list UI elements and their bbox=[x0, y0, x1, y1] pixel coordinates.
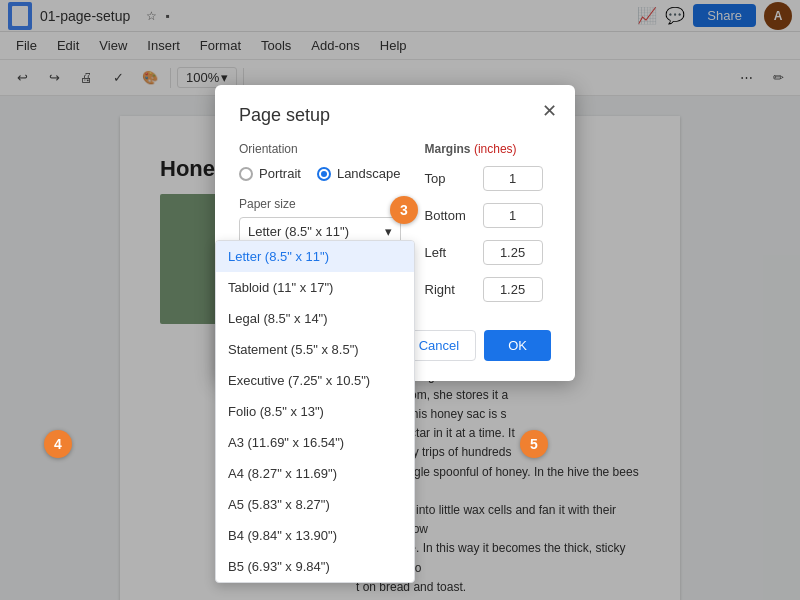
orientation-options: Portrait Landscape bbox=[239, 166, 401, 181]
top-margin-label: Top bbox=[425, 171, 475, 186]
dropdown-item-a5[interactable]: A5 (5.83" x 8.27") bbox=[216, 489, 414, 520]
portrait-label: Portrait bbox=[259, 166, 301, 181]
dialog-title: Page setup bbox=[239, 105, 551, 126]
left-margin-label: Left bbox=[425, 245, 475, 260]
portrait-radio[interactable] bbox=[239, 167, 253, 181]
paper-size-label: Paper size bbox=[239, 197, 401, 211]
landscape-label: Landscape bbox=[337, 166, 401, 181]
margin-left-row: Left bbox=[425, 240, 551, 265]
badge-5: 5 bbox=[520, 430, 548, 458]
dropdown-item-b4[interactable]: B4 (9.84" x 13.90") bbox=[216, 520, 414, 551]
paper-size-dropdown-icon: ▾ bbox=[385, 224, 392, 239]
portrait-option[interactable]: Portrait bbox=[239, 166, 301, 181]
dropdown-item-folio[interactable]: Folio (8.5" x 13") bbox=[216, 396, 414, 427]
margins-unit: (inches) bbox=[474, 142, 517, 156]
bottom-margin-input[interactable] bbox=[483, 203, 543, 228]
dropdown-item-statement[interactable]: Statement (5.5" x 8.5") bbox=[216, 334, 414, 365]
margin-top-row: Top bbox=[425, 166, 551, 191]
dropdown-item-tabloid[interactable]: Tabloid (11" x 17") bbox=[216, 272, 414, 303]
dropdown-item-legal[interactable]: Legal (8.5" x 14") bbox=[216, 303, 414, 334]
right-margin-label: Right bbox=[425, 282, 475, 297]
bottom-margin-label: Bottom bbox=[425, 208, 475, 223]
left-margin-input[interactable] bbox=[483, 240, 543, 265]
ok-button[interactable]: OK bbox=[484, 330, 551, 361]
landscape-radio-dot bbox=[321, 171, 327, 177]
dropdown-item-a3[interactable]: A3 (11.69" x 16.54") bbox=[216, 427, 414, 458]
paper-size-dropdown[interactable]: Letter (8.5" x 11") Tabloid (11" x 17") … bbox=[215, 240, 415, 583]
dialog-close-button[interactable]: ✕ bbox=[537, 99, 561, 123]
landscape-radio[interactable] bbox=[317, 167, 331, 181]
right-margin-input[interactable] bbox=[483, 277, 543, 302]
dropdown-item-b5[interactable]: B5 (6.93" x 9.84") bbox=[216, 551, 414, 582]
margin-bottom-row: Bottom bbox=[425, 203, 551, 228]
dropdown-item-a4[interactable]: A4 (8.27" x 11.69") bbox=[216, 458, 414, 489]
orientation-label: Orientation bbox=[239, 142, 401, 156]
landscape-option[interactable]: Landscape bbox=[317, 166, 401, 181]
paper-size-value: Letter (8.5" x 11") bbox=[248, 224, 349, 239]
top-margin-input[interactable] bbox=[483, 166, 543, 191]
badge-4: 4 bbox=[44, 430, 72, 458]
dialog-right-panel: Margins (inches) Top Bottom Left Right bbox=[425, 142, 551, 314]
margins-title: Margins bbox=[425, 142, 471, 156]
margin-right-row: Right bbox=[425, 277, 551, 302]
margins-label: Margins (inches) bbox=[425, 142, 551, 156]
badge-3: 3 bbox=[390, 196, 418, 224]
dropdown-item-letter[interactable]: Letter (8.5" x 11") bbox=[216, 241, 414, 272]
dropdown-item-executive[interactable]: Executive (7.25" x 10.5") bbox=[216, 365, 414, 396]
